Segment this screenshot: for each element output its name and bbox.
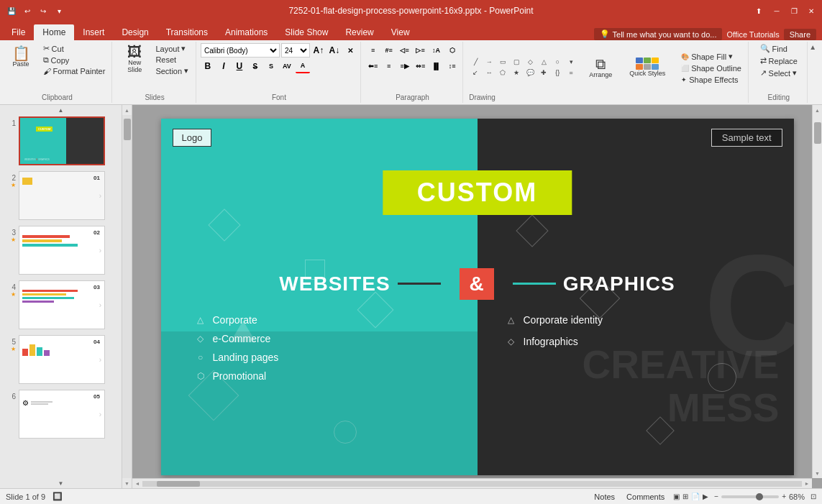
font-family-select[interactable]: Calibri (Body) bbox=[201, 43, 280, 58]
normal-view-button[interactable]: ▣ bbox=[673, 492, 680, 500]
slide-thumb-1[interactable]: 1 CUSTOM WEBSITES & GRAPHICS bbox=[3, 115, 119, 167]
save-icon[interactable]: 💾 bbox=[6, 5, 17, 17]
align-center-button[interactable]: ≡ bbox=[382, 59, 396, 73]
tab-file[interactable]: File bbox=[3, 24, 34, 40]
share-button[interactable]: Share bbox=[784, 29, 816, 40]
increase-font-button[interactable]: A↑ bbox=[311, 43, 326, 58]
comments-button[interactable]: Comments bbox=[624, 492, 667, 502]
zoom-slider[interactable] bbox=[721, 495, 779, 498]
underline-button[interactable]: U bbox=[232, 59, 247, 73]
quick-styles-button[interactable]: Quick Styles bbox=[626, 56, 668, 78]
accessibility-icon[interactable]: 🔲 bbox=[52, 492, 63, 501]
canvas-vscroll-up[interactable]: ▲ bbox=[813, 105, 822, 115]
close-button[interactable]: ✕ bbox=[806, 6, 816, 16]
paste-button[interactable]: 📋 Paste bbox=[6, 43, 36, 70]
text-direction-button[interactable]: ↕A bbox=[429, 43, 444, 58]
reset-button[interactable]: Reset bbox=[152, 55, 191, 65]
zoom-level[interactable]: 68% bbox=[789, 492, 805, 501]
arrange-button[interactable]: ⧉ Arrange bbox=[585, 55, 616, 80]
slideshow-button[interactable]: ▶ bbox=[703, 492, 708, 500]
sample-text-box[interactable]: Sample text bbox=[711, 129, 782, 147]
slide-sorter-button[interactable]: ⊞ bbox=[682, 492, 688, 500]
section-button[interactable]: Section▾ bbox=[152, 65, 191, 76]
align-left-button[interactable]: ⬅≡ bbox=[366, 59, 380, 73]
slide-panel-scroll-down[interactable]: ▼ bbox=[0, 478, 122, 488]
cut-button[interactable]: ✂Cut bbox=[40, 43, 109, 54]
bullets-button[interactable]: ≡ bbox=[366, 43, 380, 58]
shape-arrow[interactable]: → bbox=[483, 57, 496, 67]
canvas-area[interactable]: ▲ ▼ bbox=[132, 105, 822, 488]
shape-star[interactable]: ★ bbox=[510, 68, 523, 78]
custom-banner[interactable]: CUSTOM bbox=[383, 170, 572, 215]
replace-button[interactable]: ⇄Replace bbox=[757, 55, 800, 66]
font-color-button[interactable]: A bbox=[296, 59, 310, 73]
decrease-indent-button[interactable]: ◁≡ bbox=[398, 43, 412, 58]
tab-review[interactable]: Review bbox=[337, 24, 382, 40]
line-spacing-button[interactable]: ↕≡ bbox=[445, 59, 460, 73]
notes-button[interactable]: Notes bbox=[591, 492, 618, 502]
shape-diamond[interactable]: ◇ bbox=[524, 57, 536, 67]
panel-vscroll-down[interactable]: ▼ bbox=[122, 478, 132, 488]
minimize-button[interactable]: ─ bbox=[772, 6, 782, 16]
new-slide-button[interactable]: 🖼 New Slide bbox=[118, 43, 151, 75]
shape-more[interactable]: ▾ bbox=[565, 57, 577, 67]
logo-button[interactable]: Logo bbox=[173, 129, 212, 147]
convert-to-smartart-button[interactable]: ⬡ bbox=[445, 43, 460, 58]
copy-button[interactable]: ⧉Copy bbox=[40, 55, 109, 65]
slide-panel-scroll-up[interactable]: ▲ bbox=[0, 105, 122, 115]
slide-canvas[interactable]: C CREATIVE MESS Logo Sample text CUSTOM bbox=[161, 119, 794, 475]
shape-brace[interactable]: {} bbox=[551, 68, 564, 78]
slide-thumb-6[interactable]: 6 05 ⚙ › bbox=[3, 388, 119, 440]
shape-fill-button[interactable]: 🎨Shape Fill▾ bbox=[678, 51, 744, 62]
font-size-select[interactable]: 24 bbox=[281, 43, 310, 58]
justify-button[interactable]: ⇔≡ bbox=[414, 59, 428, 73]
customize-icon[interactable]: ▾ bbox=[53, 5, 65, 17]
layout-button[interactable]: Layout▾ bbox=[152, 43, 191, 54]
undo-icon[interactable]: ↩ bbox=[22, 5, 33, 17]
shadow-button[interactable]: S bbox=[264, 59, 278, 73]
shape-rect[interactable]: ▭ bbox=[496, 57, 509, 67]
slide-thumb-3[interactable]: 3 ★ 02 › bbox=[3, 224, 119, 276]
tab-home[interactable]: Home bbox=[34, 24, 74, 40]
bold-button[interactable]: B bbox=[201, 59, 215, 73]
decrease-font-button[interactable]: A↓ bbox=[327, 43, 342, 58]
increase-indent-button[interactable]: ▷≡ bbox=[414, 43, 428, 58]
hscroll-left[interactable]: ◄ bbox=[132, 479, 142, 489]
redo-icon[interactable]: ↪ bbox=[37, 5, 49, 17]
restore-button[interactable]: ❐ bbox=[789, 6, 799, 16]
shape-triangle[interactable]: △ bbox=[537, 57, 550, 67]
select-button[interactable]: ↗Select▾ bbox=[757, 68, 800, 78]
strikethrough-button[interactable]: S bbox=[248, 59, 262, 73]
shape-callout[interactable]: 💬 bbox=[524, 68, 536, 78]
char-spacing-button[interactable]: AV bbox=[280, 59, 294, 73]
zoom-in-button[interactable]: + bbox=[782, 492, 786, 500]
shape-rounded-rect[interactable]: ▢ bbox=[510, 57, 523, 67]
tab-animations[interactable]: Animations bbox=[216, 24, 276, 40]
zoom-out-button[interactable]: − bbox=[714, 492, 718, 500]
ampersand-box[interactable]: & bbox=[460, 268, 494, 300]
column-button[interactable]: ▐▌ bbox=[429, 59, 444, 73]
ribbon-toggle-icon[interactable]: ⬆ bbox=[753, 5, 764, 17]
shape-line[interactable]: ╱ bbox=[469, 57, 482, 67]
office-tutorials-link[interactable]: Office Tutorials bbox=[726, 30, 779, 39]
shape-pentagon[interactable]: ⬠ bbox=[496, 68, 509, 78]
slide-thumb-2[interactable]: 2 ★ 01 › bbox=[3, 170, 119, 221]
find-button[interactable]: 🔍Find bbox=[757, 43, 790, 54]
slide-thumb-5[interactable]: 5 ★ 04 › bbox=[3, 334, 119, 385]
fit-slide-button[interactable]: ⊡ bbox=[810, 492, 816, 500]
italic-button[interactable]: I bbox=[216, 59, 231, 73]
tab-transitions[interactable]: Transitions bbox=[157, 24, 216, 40]
shape-effects-button[interactable]: ✦Shape Effects bbox=[678, 75, 744, 85]
tab-insert[interactable]: Insert bbox=[74, 24, 113, 40]
reading-view-button[interactable]: 📄 bbox=[691, 492, 700, 500]
numbering-button[interactable]: #≡ bbox=[382, 43, 396, 58]
align-right-button[interactable]: ≡▶ bbox=[398, 59, 412, 73]
hscroll-right[interactable]: ► bbox=[802, 479, 812, 489]
shape-cross[interactable]: ✚ bbox=[537, 68, 550, 78]
clear-format-button[interactable]: ✕ bbox=[343, 43, 357, 58]
tab-slideshow[interactable]: Slide Show bbox=[276, 24, 337, 40]
shape-bend-arrow[interactable]: ↙ bbox=[469, 68, 482, 78]
tell-me-box[interactable]: 💡 Tell me what you want to do... bbox=[594, 28, 723, 40]
shape-circle[interactable]: ○ bbox=[551, 57, 564, 67]
panel-vscroll-up[interactable]: ▲ bbox=[122, 105, 132, 115]
